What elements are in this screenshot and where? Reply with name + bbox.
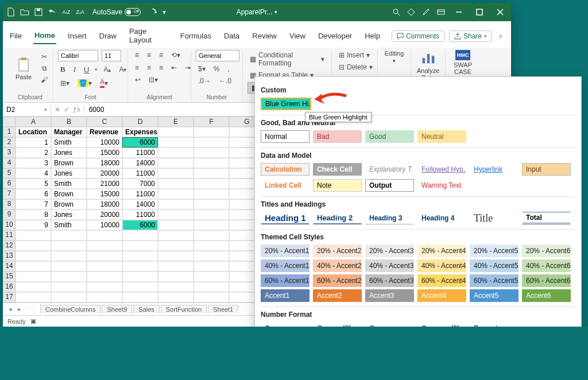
cell[interactable]: 11000	[122, 189, 158, 199]
cell[interactable]: 18000	[87, 158, 122, 168]
cell[interactable]	[194, 189, 229, 199]
style-themed[interactable]: 20% - Accent5	[470, 245, 519, 257]
cell[interactable]: Revenue	[87, 127, 122, 137]
style-themed[interactable]: 20% - Accent2	[313, 245, 362, 257]
cell[interactable]	[194, 210, 229, 220]
cell[interactable]	[158, 210, 194, 220]
row-header[interactable]: 9	[3, 210, 16, 220]
cell[interactable]: Smith	[51, 137, 87, 148]
cells-delete[interactable]: ⊟ Delete ▾	[336, 62, 373, 72]
fill-color-icon[interactable]: 🪣▾	[75, 78, 94, 88]
name-box[interactable]: D2▾	[3, 104, 51, 115]
close-button[interactable]	[493, 6, 508, 18]
style-themed[interactable]: Accent5	[470, 289, 519, 302]
cell[interactable]: 15000	[87, 148, 122, 158]
cell[interactable]	[16, 261, 51, 272]
style-neutral[interactable]: Neutral	[417, 130, 466, 143]
cell[interactable]	[158, 251, 194, 261]
col-header[interactable]: A	[16, 117, 51, 127]
cell[interactable]: 6000	[122, 220, 158, 230]
decrease-font-icon[interactable]: A▾	[117, 64, 129, 75]
cell[interactable]: 8	[16, 210, 51, 220]
accounting-icon[interactable]: $▾	[196, 64, 208, 74]
cell[interactable]: Brown	[51, 158, 87, 168]
cell[interactable]	[194, 199, 229, 210]
cell[interactable]: 1	[16, 137, 51, 148]
cell[interactable]	[122, 272, 158, 282]
cell[interactable]	[16, 272, 51, 282]
row-header[interactable]: 2	[3, 137, 16, 148]
indent-dec-icon[interactable]: ⇤	[169, 63, 179, 73]
style-calculation[interactable]: Calculation	[261, 163, 310, 176]
cell[interactable]	[158, 282, 194, 292]
style-themed[interactable]: 40% - Accent1	[261, 259, 310, 272]
align-bot-icon[interactable]: ≡	[157, 50, 165, 60]
col-header[interactable]: F	[194, 117, 229, 127]
style-good[interactable]: Good	[365, 130, 414, 143]
style-themed[interactable]: 60% - Accent1	[261, 274, 310, 287]
cell[interactable]	[87, 272, 122, 282]
style-title[interactable]: Title	[470, 212, 519, 224]
style-themed[interactable]: 40% - Accent5	[470, 259, 519, 272]
cell[interactable]: Manager	[51, 127, 87, 137]
paste-button[interactable]: Paste	[12, 56, 35, 80]
italic-button[interactable]: I	[71, 64, 78, 75]
sync-icon[interactable]	[149, 7, 158, 17]
comma-icon[interactable]: ,	[225, 64, 231, 74]
style-output[interactable]: Output	[365, 179, 414, 192]
tab-formulas[interactable]: Formulas	[179, 29, 212, 44]
style-themed[interactable]: 40% - Accent4	[417, 259, 466, 272]
tab-home[interactable]: Home	[33, 29, 56, 44]
style-themed[interactable]: 20% - Accent6	[522, 245, 571, 257]
dec-dec-icon[interactable]: ←.0	[216, 76, 234, 86]
style-check-cell[interactable]: Check Cell	[313, 163, 362, 176]
cell[interactable]	[194, 148, 229, 158]
cell[interactable]	[194, 220, 229, 230]
cell[interactable]: 20000	[87, 210, 122, 220]
style-themed[interactable]: 20% - Accent1	[261, 245, 310, 257]
row-header[interactable]: 6	[3, 179, 16, 189]
row-header[interactable]: 8	[3, 199, 16, 210]
cell[interactable]	[158, 179, 194, 189]
cell[interactable]	[194, 230, 229, 241]
cell[interactable]: Jones	[51, 168, 87, 179]
cell[interactable]	[194, 241, 229, 251]
autosave-toggle[interactable]: AutoSave Off	[92, 8, 141, 16]
cell[interactable]	[16, 251, 51, 261]
tab-sheet[interactable]: Sales	[133, 305, 160, 313]
style-hyperlink[interactable]: Hyperlink	[470, 163, 519, 176]
fx-icon[interactable]: ƒx	[73, 106, 80, 114]
align-top-icon[interactable]: ≡	[133, 50, 141, 60]
brush-icon[interactable]	[421, 7, 431, 17]
cell[interactable]	[194, 137, 229, 148]
format-painter-icon[interactable]: 🖌	[38, 75, 50, 85]
cell[interactable]: 5	[16, 179, 51, 189]
cell[interactable]: 4	[16, 168, 51, 179]
tab-insert[interactable]: Insert	[67, 29, 88, 44]
row-header[interactable]: 1	[3, 127, 16, 137]
tab-review[interactable]: Review	[251, 29, 278, 44]
cell[interactable]: 21000	[87, 179, 122, 189]
new-file-icon[interactable]	[6, 7, 16, 17]
tab-help[interactable]: Help	[363, 29, 381, 44]
cell[interactable]: 14000	[122, 158, 158, 168]
sheet-nav-left[interactable]: ◂	[6, 305, 14, 313]
cancel-icon[interactable]: ✕	[55, 106, 60, 114]
col-header[interactable]: D	[122, 117, 158, 127]
style-themed[interactable]: 60% - Accent4	[417, 274, 466, 287]
editing-group[interactable]: Editing▾	[382, 50, 406, 64]
style-themed[interactable]: 40% - Accent3	[365, 259, 414, 272]
cell[interactable]	[122, 282, 158, 292]
style-themed[interactable]: 40% - Accent6	[522, 259, 571, 272]
cell[interactable]	[194, 292, 229, 303]
cell[interactable]	[194, 168, 229, 179]
font-name[interactable]	[58, 50, 98, 61]
conditional-formatting[interactable]: ▦ Conditional Formatting ▾	[247, 50, 327, 68]
cell[interactable]	[87, 251, 122, 261]
cell[interactable]	[194, 272, 229, 282]
cell[interactable]: 11000	[122, 210, 158, 220]
tab-developer[interactable]: Developer	[317, 29, 353, 44]
cell[interactable]	[87, 230, 122, 241]
comments-button[interactable]: Comments	[392, 30, 444, 42]
cell[interactable]: 7	[16, 199, 51, 210]
